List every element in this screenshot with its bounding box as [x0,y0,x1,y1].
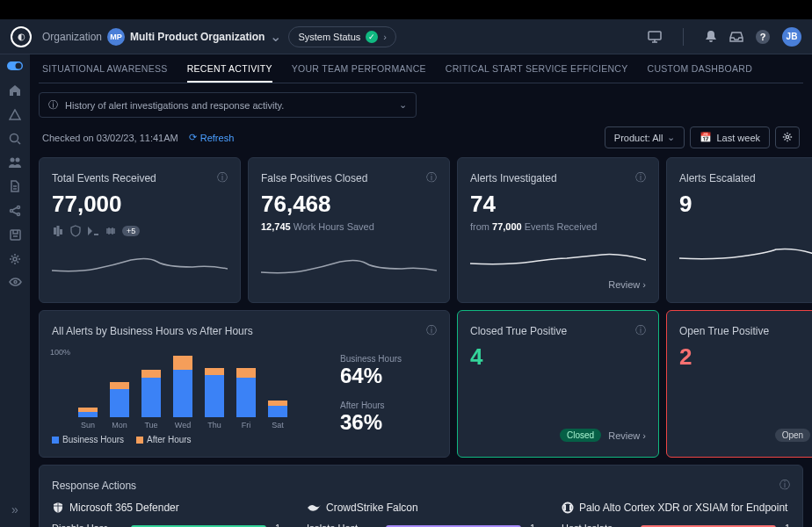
info-icon[interactable]: ⓘ [426,170,437,185]
tab-recent-activity[interactable]: RECENT ACTIVITY [187,63,272,83]
product-icon [562,502,574,514]
svg-point-5 [11,134,18,142]
card-title: All Alerts by Business Hours vs After Ho… [52,325,253,337]
ah-pct-label: After Hours [340,401,437,410]
monitor-icon[interactable] [648,31,662,43]
user-avatar[interactable]: JB [782,27,801,47]
app-logo[interactable]: ◐ [11,26,32,47]
date-range-filter[interactable]: 📅 Last week [690,126,770,148]
nav-save-icon[interactable] [10,229,21,241]
product-icon [69,225,82,237]
refresh-icon: ⟳ [189,132,197,143]
card-title: Closed True Positive [470,325,567,337]
status-pill: Open [775,429,810,442]
bar-fri: Fri [236,368,256,430]
metric-value: 4 [470,343,646,371]
bar-sun: Sun [78,408,98,430]
help-icon[interactable]: ? [756,30,770,44]
card-title: Open True Positive [679,325,769,337]
tab-critical-start-service-efficiency[interactable]: CRITICAL START SERVICE EFFICIENCY [446,63,628,83]
svg-point-13 [14,281,17,284]
card-business-hours: All Alerts by Business Hours vs After Ho… [39,310,450,458]
info-text: History of alert investigations and resp… [65,100,284,111]
info-icon[interactable]: ⓘ [635,323,646,338]
bell-icon[interactable] [705,30,717,44]
review-link[interactable]: Review › [608,279,646,290]
product-icon [87,226,99,236]
org-label: Organization [42,31,102,43]
bar-mon: Mon [110,382,129,430]
sparkline [52,249,228,276]
metric-value: 76,468 [261,191,437,218]
calendar-icon: 📅 [700,132,712,143]
check-icon: ✓ [366,31,378,43]
info-icon[interactable]: ⓘ [426,323,437,338]
svg-point-6 [11,158,15,162]
tab-situational-awareness[interactable]: SITUATIONAL AWARENESS [42,63,168,83]
ah-pct-value: 36% [340,410,437,435]
inbox-icon[interactable] [729,31,743,43]
metric-value: 74 [470,191,646,218]
svg-rect-0 [649,32,661,40]
nav-home-icon[interactable] [9,84,21,97]
nav-alerts-icon[interactable] [9,109,21,120]
action-count: 1 [530,523,535,527]
action-count: 1 [785,523,790,527]
extra-count-badge[interactable]: +5 [122,226,140,236]
svg-point-14 [786,135,788,138]
sparkline [470,244,646,271]
metric-value: 2 [679,343,812,371]
nav-dashboard-icon[interactable] [7,61,23,72]
card-title: Response Actions [52,480,136,492]
svg-rect-11 [11,230,20,240]
product-name: Microsoft 365 Defender [69,502,179,514]
nav-files-icon[interactable] [10,180,20,192]
nav-share-icon[interactable] [9,205,21,217]
bar-tue: Tue [141,370,161,430]
svg-text:?: ? [760,32,766,42]
chevron-right-icon: › [383,32,387,42]
action-label: Disable User [52,523,122,527]
org-name: Multi Product Organization [130,31,265,43]
info-icon[interactable]: ⓘ [217,170,228,185]
system-status-pill[interactable]: System Status ✓ › [288,26,396,47]
y-axis-label: 100% [50,348,70,357]
nav-search-icon[interactable] [9,133,21,145]
nav-eye-icon[interactable] [9,278,22,286]
refresh-button[interactable]: ⟳ Refresh [189,132,235,143]
info-icon[interactable]: ⓘ [779,478,790,493]
status-label: System Status [298,32,360,42]
tab-custom-dashboard[interactable]: CUSTOM DASHBOARD [648,63,753,83]
info-icon[interactable]: ⓘ [635,170,646,185]
org-badge: MP [107,28,125,46]
metric-subtext: from 77,000 Events Received [470,221,646,232]
product-icon [52,502,64,514]
org-switcher-chevron[interactable]: ⌄ [270,28,281,45]
info-bar[interactable]: ⓘ History of alert investigations and re… [39,92,417,118]
response-col-2: Palo Alto Cortex XDR or XSIAM for Endpoi… [562,502,790,527]
card-title: Alerts Investigated [470,172,557,184]
info-icon: ⓘ [48,98,58,112]
card-total-events: Total Events Received ⓘ 77,000 +5 [39,157,241,303]
metric-value: 77,000 [52,191,228,218]
product-icon [307,502,321,513]
nav-settings-icon[interactable] [9,253,21,265]
tab-your-team-performance[interactable]: YOUR TEAM PERFORMANCE [292,63,426,83]
product-filter[interactable]: Product: All ⌄ [605,126,685,148]
product-name: CrowdStrike Falcon [326,502,418,514]
sidebar-expand-icon[interactable]: » [11,502,18,516]
bar-thu: Thu [205,368,224,430]
card-closed-true-positive: Closed True Positive ⓘ 4 Closed Review › [457,310,659,458]
response-col-1: CrowdStrike Falcon Isolate Host1 [307,502,535,527]
card-open-true-positive: Open True Positive ⓘ 2 Open Review › [666,310,812,458]
nav-users-icon[interactable] [8,157,22,168]
card-alerts-investigated: Alerts Investigated ⓘ 74 from 77,000 Eve… [457,157,659,303]
settings-button[interactable] [775,126,800,148]
bar-sat: Sat [268,401,287,430]
review-link[interactable]: Review › [608,430,646,441]
status-pill: Closed [560,429,601,442]
chevron-down-icon: ⌄ [399,99,407,111]
action-label: Host Isolate [562,523,632,527]
svg-point-12 [13,257,17,261]
sparkline [679,241,812,267]
